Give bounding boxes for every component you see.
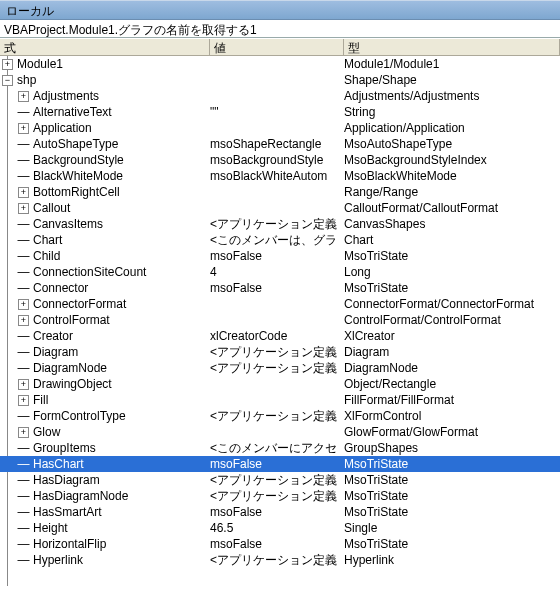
tree-row[interactable]: —DiagramNode<アプリケーション定義DiagramNode	[0, 360, 560, 376]
tree-row[interactable]: —Hyperlink<アプリケーション定義Hyperlink	[0, 552, 560, 568]
col-header-expression[interactable]: 式	[0, 39, 210, 55]
cell-value	[210, 392, 344, 408]
expand-icon[interactable]: +	[18, 203, 29, 214]
leaf-icon: —	[18, 555, 29, 566]
tree-row[interactable]: —Height46.5Single	[0, 520, 560, 536]
tree-row[interactable]: +GlowGlowFormat/GlowFormat	[0, 424, 560, 440]
col-header-value[interactable]: 値	[210, 39, 344, 55]
collapse-icon[interactable]: −	[2, 75, 13, 86]
expression-name: HasSmartArt	[33, 504, 102, 520]
expand-icon[interactable]: +	[18, 379, 29, 390]
context-path-text: VBAProject.Module1.グラフの名前を取得する1	[4, 23, 257, 37]
panel-title: ローカル	[0, 0, 560, 20]
cell-expression: —CanvasItems	[0, 216, 210, 232]
tree-row[interactable]: +ApplicationApplication/Application	[0, 120, 560, 136]
tree-row[interactable]: —ConnectionSiteCount4Long	[0, 264, 560, 280]
leaf-icon: —	[18, 363, 29, 374]
tree-row[interactable]: —AutoShapeTypemsoShapeRectangleMsoAutoSh…	[0, 136, 560, 152]
cell-expression: —FormControlType	[0, 408, 210, 424]
cell-value: msoFalse	[210, 504, 344, 520]
expression-name: DrawingObject	[33, 376, 112, 392]
cell-expression: —GroupItems	[0, 440, 210, 456]
cell-value: <アプリケーション定義	[210, 472, 344, 488]
expand-icon[interactable]: +	[18, 299, 29, 310]
expression-name: BlackWhiteMode	[33, 168, 123, 184]
cell-value: msoFalse	[210, 536, 344, 552]
cell-type: MsoTriState	[344, 456, 560, 472]
cell-type: MsoTriState	[344, 488, 560, 504]
expand-icon[interactable]: +	[18, 427, 29, 438]
expression-name: Connector	[33, 280, 88, 296]
tree-row[interactable]: —ConnectormsoFalseMsoTriState	[0, 280, 560, 296]
leaf-icon: —	[18, 539, 29, 550]
expand-icon[interactable]: +	[18, 91, 29, 102]
cell-type: MsoAutoShapeType	[344, 136, 560, 152]
tree-row[interactable]: +ControlFormatControlFormat/ControlForma…	[0, 312, 560, 328]
expression-name: Fill	[33, 392, 48, 408]
expand-icon[interactable]: +	[18, 123, 29, 134]
cell-value: <アプリケーション定義	[210, 488, 344, 504]
cell-value	[210, 184, 344, 200]
tree-row[interactable]: —HasDiagram<アプリケーション定義MsoTriState	[0, 472, 560, 488]
expand-icon[interactable]: +	[18, 395, 29, 406]
cell-value: <アプリケーション定義	[210, 408, 344, 424]
cell-expression: —Creator	[0, 328, 210, 344]
tree-row[interactable]: +CalloutCalloutFormat/CalloutFormat	[0, 200, 560, 216]
tree-row[interactable]: —Diagram<アプリケーション定義Diagram	[0, 344, 560, 360]
expand-icon[interactable]: +	[2, 59, 13, 70]
cell-type: XlFormControl	[344, 408, 560, 424]
cell-type: Application/Application	[344, 120, 560, 136]
cell-value	[210, 120, 344, 136]
cell-type: GroupShapes	[344, 440, 560, 456]
cell-expression: —HasDiagram	[0, 472, 210, 488]
col-header-type[interactable]: 型	[344, 39, 560, 55]
leaf-icon: —	[18, 283, 29, 294]
tree-row[interactable]: +DrawingObjectObject/Rectangle	[0, 376, 560, 392]
tree-row[interactable]: —FormControlType<アプリケーション定義XlFormControl	[0, 408, 560, 424]
tree-row[interactable]: —HasChartmsoFalseMsoTriState	[0, 456, 560, 472]
expression-name: HasDiagram	[33, 472, 100, 488]
tree-row[interactable]: —HasDiagramNode<アプリケーション定義MsoTriState	[0, 488, 560, 504]
tree-row[interactable]: —GroupItems<このメンバーにアクセGroupShapes	[0, 440, 560, 456]
cell-value: 46.5	[210, 520, 344, 536]
tree-row[interactable]: +Module1Module1/Module1	[0, 56, 560, 72]
cell-value	[210, 312, 344, 328]
cell-expression: —HasDiagramNode	[0, 488, 210, 504]
tree-row[interactable]: —HorizontalFlipmsoFalseMsoTriState	[0, 536, 560, 552]
leaf-icon: —	[18, 251, 29, 262]
tree-row[interactable]: —CreatorxlCreatorCodeXlCreator	[0, 328, 560, 344]
expand-icon[interactable]: +	[18, 187, 29, 198]
tree-row[interactable]: +ConnectorFormatConnectorFormat/Connecto…	[0, 296, 560, 312]
tree-row[interactable]: —Chart<このメンバーは、グラChart	[0, 232, 560, 248]
cell-expression: —BlackWhiteMode	[0, 168, 210, 184]
tree-row[interactable]: —CanvasItems<アプリケーション定義CanvasShapes	[0, 216, 560, 232]
cell-expression: —AlternativeText	[0, 104, 210, 120]
tree-row[interactable]: —AlternativeText""String	[0, 104, 560, 120]
cell-expression: +ControlFormat	[0, 312, 210, 328]
expression-name: HasDiagramNode	[33, 488, 128, 504]
cell-type: ControlFormat/ControlFormat	[344, 312, 560, 328]
expression-name: Child	[33, 248, 60, 264]
cell-expression: —BackgroundStyle	[0, 152, 210, 168]
cell-value	[210, 88, 344, 104]
tree-row[interactable]: +FillFillFormat/FillFormat	[0, 392, 560, 408]
cell-type: MsoTriState	[344, 536, 560, 552]
context-path: VBAProject.Module1.グラフの名前を取得する1	[0, 20, 560, 38]
tree-row[interactable]: —BlackWhiteModemsoBlackWhiteAutomMsoBlac…	[0, 168, 560, 184]
tree-row[interactable]: +BottomRightCellRange/Range	[0, 184, 560, 200]
tree-row[interactable]: —ChildmsoFalseMsoTriState	[0, 248, 560, 264]
cell-type: GlowFormat/GlowFormat	[344, 424, 560, 440]
cell-expression: —Height	[0, 520, 210, 536]
expression-name: Height	[33, 520, 68, 536]
cell-expression: —DiagramNode	[0, 360, 210, 376]
expression-name: CanvasItems	[33, 216, 103, 232]
expand-icon[interactable]: +	[18, 315, 29, 326]
cell-type: MsoTriState	[344, 504, 560, 520]
tree-row[interactable]: +AdjustmentsAdjustments/Adjustments	[0, 88, 560, 104]
tree-row[interactable]: —HasSmartArtmsoFalseMsoTriState	[0, 504, 560, 520]
tree-row[interactable]: −shpShape/Shape	[0, 72, 560, 88]
expression-name: AlternativeText	[33, 104, 112, 120]
tree-row[interactable]: —BackgroundStylemsoBackgroundStyleMsoBac…	[0, 152, 560, 168]
cell-expression: +Application	[0, 120, 210, 136]
expression-name: Module1	[17, 56, 63, 72]
